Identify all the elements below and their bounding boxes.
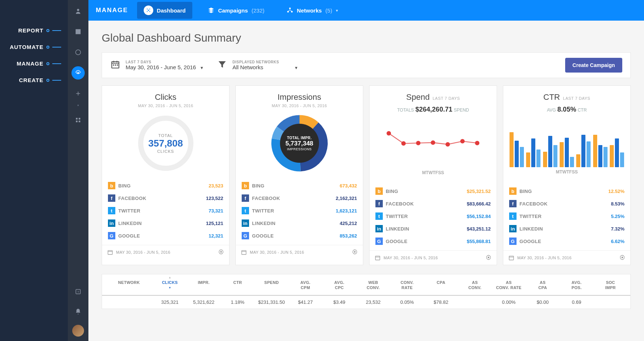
bing-icon: b: [108, 182, 115, 189]
svg-rect-4: [79, 118, 81, 120]
chevron-down-icon: ▾: [336, 8, 338, 13]
rail-avatar[interactable]: [72, 325, 84, 337]
bing-icon: b: [375, 187, 383, 195]
topbar: MANAGE Dashboard Campaigns (232) Network…: [88, 0, 644, 21]
nav-networks[interactable]: Networks (5) ▾: [280, 3, 344, 17]
svg-point-26: [402, 141, 406, 146]
network-row: bBING 23,523: [107, 179, 224, 192]
network-row: tTWITTER 1,623,121: [241, 204, 358, 217]
gg-icon: G: [509, 238, 517, 245]
svg-point-12: [147, 11, 147, 12]
clicks-donut: TOTAL357,808CLICKS: [138, 116, 193, 171]
left-labels-column: REPORT AUTOMATE MANAGE CREATE: [0, 0, 68, 341]
network-row: GGOOGLE $55,868.81: [375, 235, 491, 247]
table-header[interactable]: CPA: [424, 280, 458, 291]
fb-icon: f: [509, 200, 517, 207]
svg-rect-21: [108, 250, 112, 254]
svg-point-29: [446, 142, 450, 147]
rail-report-icon[interactable]: [71, 25, 85, 38]
table-header[interactable]: CTR: [221, 280, 255, 291]
gear-icon[interactable]: [218, 249, 224, 256]
label-create: CREATE: [0, 72, 68, 88]
table-header[interactable]: CLICKS: [153, 280, 187, 291]
svg-rect-20: [117, 64, 118, 66]
svg-text:?: ?: [77, 290, 79, 294]
svg-point-10: [147, 8, 147, 9]
table-header[interactable]: ASCONV. RATE: [492, 280, 526, 291]
chevron-down-icon: ▼: [294, 66, 298, 70]
rail-user-icon[interactable]: [71, 4, 85, 18]
table-header[interactable]: SPEND: [255, 280, 288, 291]
network-row: inLINKEDIN 425,212: [241, 217, 358, 229]
spend-sparkline: [376, 122, 490, 168]
gear-icon[interactable]: [619, 254, 625, 261]
table-header[interactable]: AVG.CPM: [288, 280, 322, 291]
rail-automate-icon[interactable]: [71, 46, 85, 59]
svg-point-11: [149, 8, 150, 9]
spend-card: SpendLAST 7 DAYS TOTALS$264,260.71SPEND …: [369, 85, 497, 265]
svg-point-31: [475, 141, 480, 145]
network-row: inLINKEDIN 7.32%: [508, 222, 625, 235]
svg-point-13: [149, 11, 150, 12]
calendar-icon: [508, 255, 514, 261]
label-report: REPORT: [0, 22, 68, 39]
svg-rect-6: [79, 121, 81, 123]
brand: MANAGE: [96, 7, 128, 14]
nav-campaigns[interactable]: Campaigns (232): [201, 3, 271, 17]
table-header[interactable]: ASCONV.: [458, 280, 492, 291]
table-cell: $0.00: [526, 299, 560, 305]
gg-icon: G: [375, 238, 383, 245]
filter-bar: LAST 7 DAYSMay 30, 2016 - June 5, 2016 ▼…: [102, 52, 631, 78]
network-row: fFACEBOOK $83,666.42: [375, 197, 491, 210]
fb-icon: f: [242, 194, 249, 202]
network-row: bBING 673,432: [241, 179, 358, 192]
table-cell: 5,321,622: [187, 299, 221, 305]
network-row: tTWITTER 73,321: [107, 204, 224, 217]
icon-rail: ?: [68, 0, 88, 341]
table-header[interactable]: NETWORK: [105, 280, 153, 291]
table-header[interactable]: AVG.POS.: [560, 280, 594, 291]
li-icon: in: [108, 219, 115, 227]
network-row: inLINKEDIN $43,251.12: [375, 222, 491, 235]
gear-icon[interactable]: [486, 254, 491, 261]
date-range-picker[interactable]: LAST 7 DAYSMay 30, 2016 - June 5, 2016 ▼: [110, 60, 204, 71]
rail-bell-icon[interactable]: [71, 305, 85, 318]
table-cell: $3.49: [322, 299, 356, 305]
table-header[interactable]: WEBCONV.: [356, 280, 390, 291]
networks-icon: [287, 7, 293, 14]
table-cell: 0.69: [560, 299, 594, 305]
svg-rect-5: [76, 121, 78, 123]
tw-icon: t: [375, 212, 383, 220]
days-row: MTWTFSS: [421, 170, 445, 175]
network-row: GGOOGLE 6.62%: [508, 235, 625, 247]
ctr-bars: [508, 123, 625, 167]
table-header[interactable]: IMPR.: [187, 280, 221, 291]
gear-icon[interactable]: [352, 249, 358, 256]
rail-help-icon[interactable]: ?: [71, 285, 85, 298]
nav-dashboard[interactable]: Dashboard: [137, 2, 192, 19]
fb-icon: f: [375, 200, 383, 207]
table-cell: 0.00%: [492, 299, 526, 305]
rail-manage-icon[interactable]: [71, 66, 85, 80]
table-header[interactable]: CONV.RATE: [390, 280, 424, 291]
table-cell: $231,331.50: [255, 299, 288, 305]
li-icon: in: [242, 219, 249, 227]
table-header[interactable]: AVG.CPC: [322, 280, 356, 291]
table-header[interactable]: SOCIMPR: [594, 280, 627, 291]
network-filter[interactable]: DISPLAYED NETWORKSAll Networks ▼: [217, 60, 298, 71]
svg-rect-19: [115, 64, 116, 66]
rail-apps-icon[interactable]: [71, 113, 85, 127]
card-footer: MAY 30, 2016 - JUN 5, 2016: [102, 245, 229, 259]
calendar-icon: [107, 249, 113, 255]
table-header[interactable]: ASCPA: [526, 280, 560, 291]
create-campaign-button[interactable]: Create Campaign: [565, 58, 622, 73]
table-cell: $78.82: [424, 299, 458, 305]
card-footer: MAY 30, 2016 - JUN 5, 2016: [236, 245, 363, 259]
ctr-card: CTRLAST 7 DAYS AVG8.05%CTR MTWTFSS bBING…: [503, 85, 631, 265]
svg-point-22: [220, 251, 222, 253]
card-footer: MAY 30, 2016 - JUN 5, 2016: [503, 250, 630, 265]
rail-create-icon[interactable]: [71, 87, 85, 100]
impressions-card: ImpressionsMAY 30, 2016 - JUN 5, 2016 TO…: [235, 85, 363, 265]
dashboard-icon: [144, 6, 153, 15]
table-cell: 23,532: [356, 299, 390, 305]
